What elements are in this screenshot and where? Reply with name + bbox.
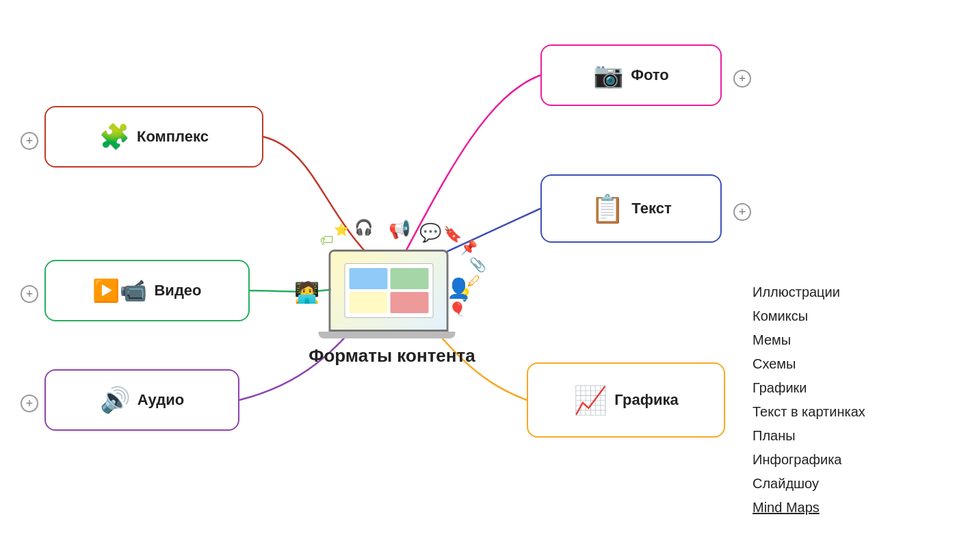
list-item: Текст в картинках [753,400,865,424]
foto-node[interactable]: 📷 Фото [540,44,722,106]
video-label: Видео [154,282,201,299]
puzzle-icon: 🧩 [99,124,130,149]
list-item: Иллюстрации [753,280,865,304]
grafika-node[interactable]: 📈 Графика [527,362,725,438]
list-item: Схемы [753,352,865,376]
video-plus-button[interactable]: + [21,285,38,303]
list-item: Инфографика [753,448,865,472]
tekst-label: Текст [631,200,671,217]
tekst-node[interactable]: 📋 Текст [540,174,722,243]
list-item: Mind Maps [753,496,865,520]
center-illustration: 📢 💬 🎧 🔖 📌 📎 🖊 💡 🎈 🏷 ⭐ [286,219,498,345]
list-item: Графики [753,376,865,400]
center-node-label: Форматы контента [309,345,475,369]
center-node: 📢 💬 🎧 🔖 📌 📎 🖊 💡 🎈 🏷 ⭐ [259,185,525,369]
tekst-plus-button[interactable]: + [733,203,751,221]
text-doc-icon: 📋 [590,195,625,222]
foto-label: Фото [631,66,669,84]
audio-icon: 🔊 [100,388,131,412]
camera-icon: 📷 [593,63,624,88]
komplex-label: Комплекс [137,128,209,146]
list-item: Слайдшоу [753,472,865,496]
list-item: Планы [753,424,865,448]
grafika-label: Графика [614,391,678,409]
audio-label: Аудио [138,391,185,409]
foto-plus-button[interactable]: + [733,70,751,88]
list-item: Мемы [753,328,865,352]
video-node[interactable]: ▶️📹 Видео [44,260,250,321]
chart-icon: 📈 [573,386,607,414]
audio-node[interactable]: 🔊 Аудио [44,369,239,431]
list-item: Комиксы [753,304,865,328]
mind-map-canvas: 📢 💬 🎧 🔖 📌 📎 🖊 💡 🎈 🏷 ⭐ [0,0,968,560]
audio-plus-button[interactable]: + [21,395,38,412]
komplex-node[interactable]: 🧩 Комплекс [44,106,263,168]
grafika-sublist: ИллюстрацииКомиксыМемыСхемыГрафикиТекст … [753,280,865,520]
komplex-plus-button[interactable]: + [21,132,38,150]
video-icon: ▶️📹 [92,280,147,302]
